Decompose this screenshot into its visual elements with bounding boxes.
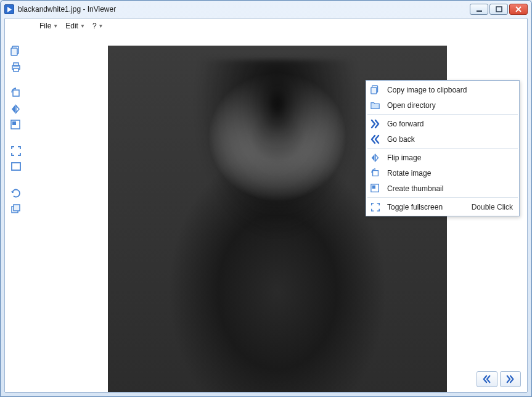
separator (367, 114, 518, 115)
forward-icon (370, 118, 381, 129)
rotate-button[interactable] (9, 86, 23, 100)
separator (367, 148, 518, 149)
copy-button[interactable] (9, 44, 23, 58)
next-image-button[interactable] (500, 371, 521, 387)
ctx-label: Create thumbnail (387, 184, 513, 193)
caret-down-icon: ▼ (53, 23, 58, 29)
fullscreen-button[interactable] (9, 144, 23, 158)
fit-button[interactable] (9, 160, 23, 174)
ctx-shortcut: Double Click (472, 203, 513, 211)
menu-label: Edit (65, 22, 78, 30)
prev-image-button[interactable] (477, 371, 497, 387)
ctx-label: Toggle fullscreen (387, 203, 465, 211)
back-icon (370, 134, 381, 145)
print-button[interactable] (9, 60, 23, 74)
ctx-copy-image[interactable]: Copy image to clipboard (366, 82, 519, 97)
menu-file[interactable]: File ▼ (36, 20, 62, 32)
app-window: blackandwhite1.jpg - InViewer File ▼ Edi… (0, 0, 532, 397)
ctx-label: Go back (387, 135, 513, 144)
rotate-icon (370, 168, 381, 179)
menu-label: File (39, 22, 51, 30)
folder-icon (370, 100, 381, 111)
copy-icon (370, 84, 381, 96)
thumbnail-button[interactable] (9, 118, 23, 132)
ctx-create-thumbnail[interactable]: Create thumbnail (366, 181, 519, 196)
window-title: blackandwhite1.jpg - InViewer (18, 5, 116, 14)
thumbnail-icon (370, 183, 381, 194)
menu-edit[interactable]: Edit ▼ (62, 20, 89, 32)
ctx-label: Go forward (387, 120, 513, 128)
ctx-toggle-fullscreen[interactable]: Toggle fullscreen Double Click (366, 199, 519, 215)
side-toolbar (5, 33, 27, 392)
client-area: File ▼ Edit ▼ ? ▼ (4, 18, 528, 393)
context-menu: Copy image to clipboard Open directory G… (366, 80, 520, 216)
caret-down-icon: ▼ (99, 23, 104, 29)
menubar: File ▼ Edit ▼ ? ▼ (5, 18, 527, 33)
caret-down-icon: ▼ (80, 23, 85, 29)
ctx-label: Rotate image (387, 169, 513, 178)
refresh-button[interactable] (9, 186, 23, 200)
flip-button[interactable] (9, 102, 23, 116)
ctx-rotate-image[interactable]: Rotate image (366, 165, 519, 181)
ctx-flip-image[interactable]: Flip image (366, 150, 519, 165)
maximize-button[interactable] (489, 4, 508, 15)
titlebar[interactable]: blackandwhite1.jpg - InViewer (1, 1, 531, 18)
menu-help[interactable]: ? ▼ (89, 20, 107, 32)
stack-button[interactable] (9, 202, 23, 216)
ctx-label: Flip image (387, 153, 513, 162)
close-button[interactable] (509, 4, 528, 15)
ctx-label: Copy image to clipboard (387, 86, 513, 94)
ctx-go-forward[interactable]: Go forward (366, 116, 519, 131)
ctx-go-back[interactable]: Go back (366, 131, 519, 147)
minimize-button[interactable] (470, 4, 488, 15)
fullscreen-icon (370, 202, 381, 213)
separator (367, 197, 518, 198)
ctx-label: Open directory (387, 101, 513, 110)
ctx-open-directory[interactable]: Open directory (366, 97, 519, 113)
app-icon (4, 4, 14, 14)
menu-label: ? (92, 22, 97, 30)
flip-icon (370, 152, 381, 163)
